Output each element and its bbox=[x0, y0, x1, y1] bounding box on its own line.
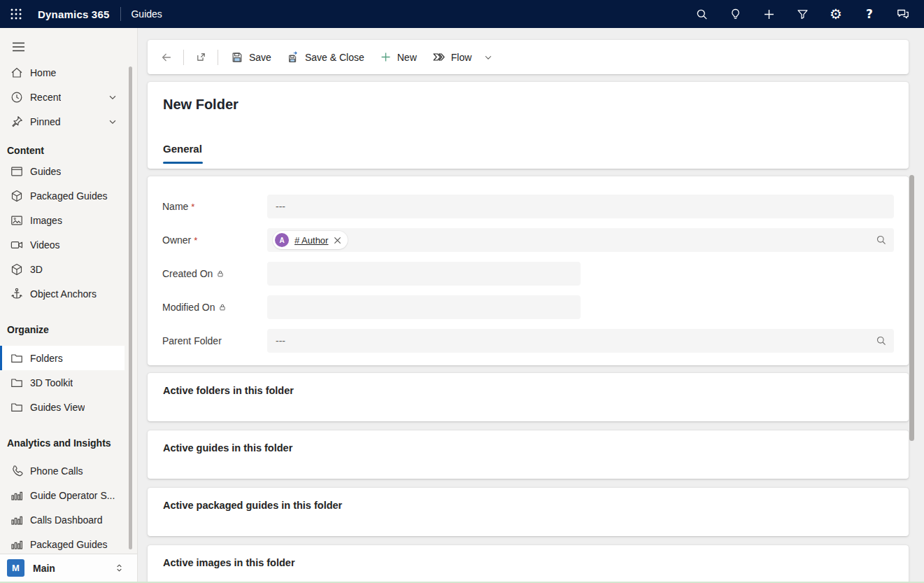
sidebar-item-object-anchors[interactable]: Object Anchors bbox=[0, 281, 125, 306]
ideas-button[interactable] bbox=[724, 0, 746, 28]
chevron-down-icon bbox=[483, 52, 493, 62]
save-button-label: Save bbox=[249, 52, 271, 63]
folder-icon bbox=[10, 400, 24, 414]
main-scrollbar[interactable] bbox=[909, 175, 914, 441]
sidebar-item-3d-toolkit[interactable]: 3D Toolkit bbox=[0, 370, 125, 395]
record-header-card: New Folder General bbox=[148, 82, 909, 169]
help-icon: ? bbox=[866, 8, 873, 20]
field-label-owner: Owner * bbox=[162, 234, 267, 246]
sidebar-item-pinned[interactable]: Pinned bbox=[0, 109, 125, 134]
sidebar-item-home[interactable]: Home bbox=[0, 60, 125, 85]
back-arrow-icon bbox=[160, 51, 173, 64]
sidebar-item-recent[interactable]: Recent bbox=[0, 85, 125, 109]
required-asterisk: * bbox=[191, 202, 194, 212]
commandbar-divider bbox=[183, 50, 184, 65]
lock-icon bbox=[216, 269, 225, 278]
subgrid-active-guides: Active guides in this folder bbox=[148, 430, 909, 479]
sidebar-item-calls-dashboard[interactable]: Calls Dashboard bbox=[0, 507, 125, 532]
sidebar-item-images[interactable]: Images bbox=[0, 208, 125, 232]
save-icon bbox=[231, 51, 243, 64]
feedback-button[interactable] bbox=[892, 0, 914, 28]
field-row-name: Name * --- bbox=[162, 195, 894, 218]
sidebar-item-3d[interactable]: 3D bbox=[0, 257, 125, 281]
sidebar-item-packaged-guides[interactable]: Packaged Guides bbox=[0, 183, 125, 208]
settings-button[interactable]: ⚙ bbox=[825, 0, 847, 28]
sidebar-scrollbar[interactable] bbox=[129, 66, 132, 549]
parent-folder-lookup-field[interactable]: --- bbox=[267, 329, 894, 353]
anchor-icon bbox=[10, 287, 24, 301]
current-area-name[interactable]: Guides bbox=[131, 8, 162, 20]
video-icon bbox=[10, 238, 24, 252]
sidebar-item-guides[interactable]: Guides bbox=[0, 159, 125, 183]
bar-chart-icon bbox=[10, 513, 24, 527]
sidebar-item-videos[interactable]: Videos bbox=[0, 232, 125, 257]
filter-button[interactable] bbox=[791, 0, 813, 28]
owner-lookup-field[interactable]: A # Author bbox=[267, 228, 894, 252]
open-in-new-window-button[interactable] bbox=[189, 45, 213, 69]
environment-badge: M bbox=[7, 559, 24, 577]
sidebar-item-label: Packaged Guides bbox=[30, 190, 108, 202]
commandbar-overflow-button[interactable] bbox=[479, 45, 497, 69]
collapse-sitemap-button[interactable] bbox=[8, 38, 28, 55]
sidebar-item-label: Guide Operator S... bbox=[30, 490, 115, 501]
sidebar-item-label: Guides bbox=[30, 166, 61, 177]
app-launcher-waffle-icon[interactable] bbox=[0, 0, 32, 28]
folder-icon bbox=[10, 351, 24, 365]
sidebar-item-label: Pinned bbox=[30, 116, 61, 127]
owner-record-pill[interactable]: A # Author bbox=[273, 231, 348, 249]
sidebar-item-folders[interactable]: Folders bbox=[0, 346, 125, 370]
field-row-modified-on: Modified On bbox=[162, 295, 894, 319]
guides-icon bbox=[10, 164, 24, 178]
app-title[interactable]: Dynamics 365 bbox=[38, 8, 109, 20]
tab-general[interactable]: General bbox=[163, 143, 203, 164]
main-content: Save Save & Close New Flow New Folder Ge bbox=[138, 28, 924, 583]
save-button[interactable]: Save bbox=[223, 45, 279, 69]
sidebar-item-packaged-guides-dashboard[interactable]: Packaged Guides bbox=[0, 532, 125, 556]
image-icon bbox=[10, 213, 24, 227]
site-map-sidebar: Home Recent Pinned Content Guides Packag… bbox=[0, 28, 138, 583]
topbar-divider bbox=[120, 7, 121, 21]
parent-folder-search-icon[interactable] bbox=[876, 335, 887, 346]
phone-icon bbox=[10, 464, 24, 478]
subgrid-title: Active packaged guides in this folder bbox=[163, 500, 342, 511]
search-button[interactable] bbox=[690, 0, 713, 28]
subgrid-active-packaged-guides: Active packaged guides in this folder bbox=[148, 488, 909, 536]
environment-switcher[interactable]: M Main bbox=[0, 554, 137, 582]
name-placeholder: --- bbox=[276, 201, 285, 212]
sidebar-item-guides-view[interactable]: Guides View bbox=[0, 395, 125, 419]
flow-button-label: Flow bbox=[451, 52, 472, 63]
feedback-icon bbox=[896, 7, 910, 21]
subgrid-title: Active folders in this folder bbox=[163, 385, 294, 396]
name-input[interactable]: --- bbox=[267, 195, 894, 218]
flow-button[interactable]: Flow bbox=[425, 45, 480, 69]
sidebar-item-label: Videos bbox=[30, 239, 60, 251]
field-label-parent-folder: Parent Folder bbox=[162, 335, 267, 346]
remove-owner-icon[interactable] bbox=[334, 237, 341, 244]
field-row-created-on: Created On bbox=[162, 262, 894, 286]
field-label-created-on: Created On bbox=[162, 268, 267, 279]
help-button[interactable]: ? bbox=[858, 0, 881, 28]
bar-chart-icon bbox=[10, 538, 24, 552]
form-body-card: Name * --- Owner * A # Author bbox=[148, 176, 909, 365]
sidebar-section-analytics: Analytics and Insights bbox=[0, 435, 137, 451]
parent-folder-label-text: Parent Folder bbox=[162, 335, 222, 346]
sidebar-item-guide-operator-sessions[interactable]: Guide Operator S... bbox=[0, 483, 125, 507]
save-and-close-button-label: Save & Close bbox=[305, 52, 364, 63]
chevron-down-icon[interactable] bbox=[108, 117, 118, 127]
created-on-input[interactable] bbox=[267, 262, 581, 286]
chevron-down-icon[interactable] bbox=[108, 92, 118, 102]
sidebar-item-phone-calls[interactable]: Phone Calls bbox=[0, 458, 125, 483]
subgrid-title: Active images in this folder bbox=[163, 557, 295, 568]
sidebar-item-label: Folders bbox=[30, 353, 63, 364]
owner-record-link[interactable]: # Author bbox=[294, 235, 328, 246]
plus-icon bbox=[380, 51, 392, 63]
sidebar-item-label: Guides View bbox=[30, 402, 85, 413]
back-button[interactable] bbox=[155, 45, 178, 69]
pin-icon bbox=[10, 115, 24, 129]
bar-chart-icon bbox=[10, 489, 24, 503]
new-button[interactable]: New bbox=[372, 45, 425, 69]
owner-lookup-search-icon[interactable] bbox=[876, 234, 887, 246]
save-and-close-button[interactable]: Save & Close bbox=[279, 45, 372, 69]
modified-on-input[interactable] bbox=[267, 295, 581, 319]
quick-create-button[interactable] bbox=[758, 0, 780, 28]
